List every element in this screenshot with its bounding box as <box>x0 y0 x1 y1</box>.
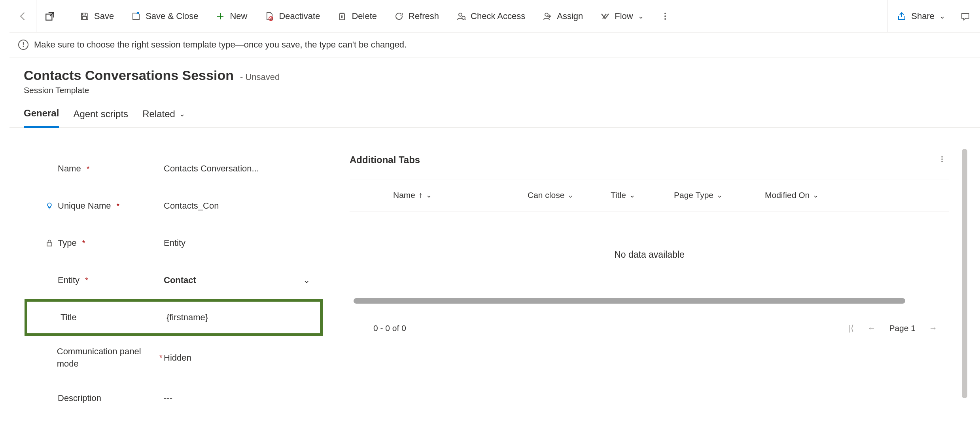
plus-icon <box>216 11 225 21</box>
content-area: Name * Contacts Conversation... Unique N… <box>9 128 980 441</box>
form-header: Contacts Conversations Session - Unsaved… <box>9 57 980 95</box>
back-button[interactable] <box>9 0 36 32</box>
field-entity[interactable]: Entity * Contact ⌄ <box>21 262 326 299</box>
deactivate-button[interactable]: Deactivate <box>256 0 329 32</box>
refresh-icon <box>394 11 404 21</box>
chevron-down-icon: ⌄ <box>629 191 635 200</box>
new-label: New <box>230 11 247 21</box>
refresh-label: Refresh <box>409 11 439 21</box>
field-value: Contacts_Con <box>164 201 310 211</box>
tab-agent-scripts-label: Agent scripts <box>73 108 128 120</box>
field-type[interactable]: Type * Entity <box>21 224 326 262</box>
save-close-button[interactable]: Save & Close <box>123 0 207 32</box>
svg-rect-1 <box>83 13 86 15</box>
svg-point-5 <box>462 16 465 19</box>
field-label: Name <box>58 163 81 174</box>
chevron-down-icon: ⌄ <box>568 191 573 200</box>
tab-general-label: General <box>24 108 59 119</box>
svg-point-13 <box>941 161 942 162</box>
assign-icon <box>543 11 552 21</box>
tab-related-label: Related <box>142 108 175 120</box>
info-bar: ! Make sure to choose the right session … <box>9 32 980 57</box>
field-value: Contact <box>164 275 303 285</box>
required-indicator: * <box>158 353 164 362</box>
pager-next-button[interactable]: → <box>929 323 937 333</box>
column-title[interactable]: Title ⌄ <box>611 190 666 200</box>
flow-icon <box>600 11 610 21</box>
assign-button[interactable]: Assign <box>534 0 592 32</box>
field-value: --- <box>164 393 310 403</box>
column-label: Can close <box>528 190 564 200</box>
svg-point-8 <box>664 15 666 17</box>
chevron-down-icon: ⌄ <box>939 12 945 21</box>
save-close-icon <box>131 11 141 21</box>
grid-more-button[interactable] <box>935 154 949 165</box>
field-communication-panel-mode[interactable]: Communication panel mode * Hidden <box>21 336 326 380</box>
pager-first-button[interactable]: |⟨ <box>849 323 854 333</box>
field-name[interactable]: Name * Contacts Conversation... <box>21 150 326 187</box>
pager-prev-button[interactable]: ← <box>867 323 876 333</box>
entity-subtitle: Session Template <box>24 86 966 95</box>
new-button[interactable]: New <box>207 0 256 32</box>
save-status: - Unsaved <box>240 72 280 82</box>
trash-icon <box>337 11 347 21</box>
assistant-button[interactable] <box>955 0 976 32</box>
form-panel: Name * Contacts Conversation... Unique N… <box>21 142 326 441</box>
share-button[interactable]: Share ⌄ <box>887 0 955 32</box>
column-can-close[interactable]: Can close ⌄ <box>528 190 603 200</box>
chevron-down-icon: ⌄ <box>813 191 819 200</box>
required-indicator: * <box>83 276 90 285</box>
chat-icon <box>961 11 970 21</box>
tab-related[interactable]: Related ⌄ <box>142 108 185 127</box>
field-label: Description <box>58 393 101 403</box>
field-value: Hidden <box>164 353 310 363</box>
check-access-label: Check Access <box>471 11 525 21</box>
overflow-button[interactable] <box>653 0 678 32</box>
field-label: Unique Name <box>58 201 111 211</box>
svg-point-12 <box>941 158 942 160</box>
page-title: Contacts Conversations Session <box>24 68 234 83</box>
sort-asc-icon: ↑ <box>418 190 423 200</box>
column-modified-on[interactable]: Modified On ⌄ <box>765 190 945 200</box>
field-label: Title <box>61 312 77 323</box>
svg-point-6 <box>545 13 548 16</box>
svg-point-9 <box>664 18 666 20</box>
deactivate-label: Deactivate <box>279 11 320 21</box>
field-unique-name[interactable]: Unique Name * Contacts_Con <box>21 187 326 224</box>
field-description[interactable]: Description * --- <box>21 380 326 417</box>
tab-general[interactable]: General <box>24 108 59 128</box>
field-value: Contacts Conversation... <box>164 163 310 174</box>
field-value: Entity <box>164 238 310 248</box>
vertical-scrollbar[interactable] <box>962 149 967 398</box>
flow-label: Flow <box>615 11 633 21</box>
lock-icon <box>45 239 54 247</box>
column-name[interactable]: Name ↑ ⌄ <box>393 190 520 200</box>
svg-point-11 <box>941 156 942 158</box>
refresh-button[interactable]: Refresh <box>386 0 448 32</box>
deactivate-icon <box>265 11 274 21</box>
required-indicator: * <box>81 239 87 248</box>
field-title[interactable]: Title * {firstname} <box>25 299 323 336</box>
column-page-type[interactable]: Page Type ⌄ <box>674 190 757 200</box>
chevron-down-icon: ⌄ <box>179 110 185 118</box>
field-label: Communication panel mode <box>57 346 154 370</box>
tab-agent-scripts[interactable]: Agent scripts <box>73 108 128 127</box>
popout-button[interactable] <box>36 0 63 32</box>
save-button[interactable]: Save <box>71 0 123 32</box>
horizontal-scrollbar[interactable] <box>354 298 905 304</box>
flow-button[interactable]: Flow ⌄ <box>592 0 652 32</box>
required-indicator: * <box>85 164 91 173</box>
field-label: Entity <box>58 275 79 285</box>
more-vertical-icon <box>660 11 670 21</box>
share-label: Share <box>911 11 935 21</box>
chevron-down-icon[interactable]: ⌄ <box>303 275 310 285</box>
column-label: Page Type <box>674 190 713 200</box>
chevron-down-icon: ⌄ <box>638 12 644 21</box>
pager-page-label: Page 1 <box>889 323 916 333</box>
check-access-button[interactable]: Check Access <box>448 0 534 32</box>
delete-button[interactable]: Delete <box>329 0 386 32</box>
lightbulb-icon <box>45 202 54 210</box>
column-label: Modified On <box>765 190 810 200</box>
required-indicator: * <box>115 201 121 211</box>
save-close-label: Save & Close <box>146 11 198 21</box>
